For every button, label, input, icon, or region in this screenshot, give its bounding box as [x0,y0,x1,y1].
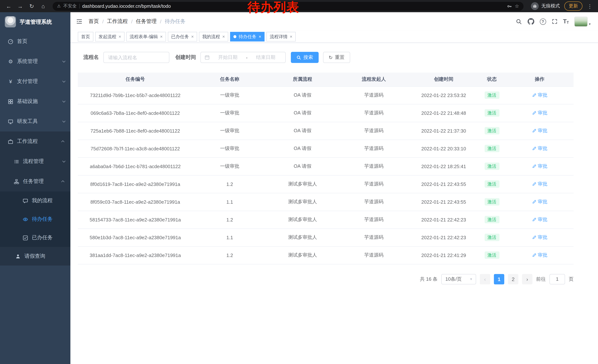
user-menu[interactable]: ▾ [574,16,590,26]
cell-task-id: 58154733-7ac8-11ec-a9e2-a2380e71991a [78,211,193,228]
browser-menu-icon[interactable]: ⋮ [585,3,594,9]
breadcrumb-item-workflow[interactable]: 工作流程 [107,18,128,25]
cell-process: OA 请假 [267,157,338,175]
sidebar-item-infra[interactable]: 基础设施 [0,91,70,112]
cell-starter: 芋道源码 [338,122,409,140]
cell-starter: 芋道源码 [338,228,409,246]
approve-button[interactable]: 审批 [532,163,548,170]
security-label[interactable]: 不安全 [63,3,77,9]
approve-button[interactable]: 审批 [532,181,548,187]
breadcrumb: 首页 / 工作流程 / 任务管理 / 待办任务 [89,18,185,25]
process-name-input[interactable] [103,52,169,63]
avatar[interactable] [574,16,588,26]
close-icon[interactable]: × [290,34,292,39]
close-icon[interactable]: × [259,34,261,39]
column-header: 所属流程 [267,73,338,86]
tab-process-detail[interactable]: 流程详情 × [266,32,296,41]
key-icon[interactable] [507,4,512,9]
hierarchy-icon [13,179,20,184]
content: 流程名 创建时间 开始日期 - 结束日期 [70,43,598,364]
tab-home[interactable]: 首页 [78,32,93,41]
fullscreen-icon[interactable] [551,18,557,24]
approve-button[interactable]: 审批 [532,216,548,223]
approve-button[interactable]: 审批 [532,110,548,116]
page-size-select[interactable]: 10条/页 ▾ [441,274,476,284]
table-row: 725a1eb6-7b88-11ec-8ef0-acde48001122 一级审… [78,122,573,140]
update-button[interactable]: 更新 [564,1,582,11]
search-button[interactable]: 搜索 [291,52,319,63]
cell-action: 审批 [506,140,573,157]
dashboard-icon [8,39,14,44]
search-icon[interactable] [515,18,522,25]
approve-button[interactable]: 审批 [532,127,548,134]
close-icon[interactable]: × [222,34,225,39]
sidebar-item-devtools[interactable]: 研发工具 [0,112,70,131]
sidebar-item-my-process[interactable]: 我的流程 [0,191,70,210]
edit-icon [532,111,536,115]
goto-page-input[interactable] [549,274,565,284]
close-icon[interactable]: × [191,34,194,39]
sidebar-item-task-mgmt[interactable]: 任务管理 [0,171,70,191]
approve-button[interactable]: 审批 [532,252,548,259]
tab-todo-tasks[interactable]: 待办任务 × [230,32,265,41]
tab-my-process[interactable]: 我的流程 × [199,32,228,41]
next-page-button[interactable]: › [522,274,532,284]
cell-task-name: 一级审批 [193,157,267,175]
approve-button[interactable]: 审批 [532,234,548,241]
prev-page-button[interactable]: ‹ [480,274,490,284]
tab-done-tasks[interactable]: 已办任务 × [168,32,197,41]
cell-action: 审批 [506,175,573,193]
sidebar-item-done-tasks[interactable]: 已办任务 [0,228,70,247]
goto-label: 前往 [536,276,546,282]
sidebar-item-payment[interactable]: ¥ 支付管理 [0,72,70,91]
column-header: 操作 [506,73,573,86]
bookmark-star-icon[interactable]: ☆ [515,3,519,9]
cell-task-name: 一级审批 [193,122,267,140]
page-button-1[interactable]: 1 [494,274,504,284]
tab-label: 流程详情 [270,33,288,40]
start-date-placeholder[interactable]: 开始日期 [212,54,244,61]
page-button-2[interactable]: 2 [508,274,518,284]
tab-start-process[interactable]: 发起流程 × [95,32,125,41]
approve-button[interactable]: 审批 [532,92,548,98]
cell-action: 审批 [506,246,573,264]
cell-starter: 芋道源码 [338,140,409,157]
cell-starter: 芋道源码 [338,175,409,193]
url-text[interactable]: dashboard.yudao.iocoder.cn/bpm/task/todo [82,4,171,9]
approve-button[interactable]: 审批 [532,145,548,152]
help-icon[interactable]: ? [540,18,546,25]
approve-button[interactable]: 审批 [532,198,548,205]
reset-button[interactable]: ↻ 重置 [323,52,350,63]
reload-icon[interactable]: ↻ [27,1,37,11]
status-badge: 激活 [484,109,499,117]
sidebar-item-process-mgmt[interactable]: 流程管理 [0,152,70,171]
cell-status: 激活 [478,246,506,264]
menu-label: 支付管理 [17,78,38,85]
sidebar-collapse-icon[interactable] [76,18,83,25]
tab-process-form-edit[interactable]: 流程表单-编辑 × [126,32,166,41]
close-icon[interactable]: × [119,34,121,39]
sidebar-item-home[interactable]: 首页 [0,32,70,51]
date-range-picker[interactable]: 开始日期 - 结束日期 [200,52,286,63]
cell-process: 测试多审批人 [267,246,338,264]
pagination: 共 16 条 10条/页 ▾ ‹ 1 2 › 前往 页 [78,274,573,284]
breadcrumb-item-home[interactable]: 首页 [89,18,99,25]
close-icon[interactable]: × [160,34,163,39]
font-size-icon[interactable]: TT [563,18,569,24]
sidebar-item-leave-query[interactable]: 请假查询 [0,247,70,266]
breadcrumb-item-task-mgmt[interactable]: 任务管理 [136,18,157,25]
sidebar-item-workflow[interactable]: 工作流程 [0,131,70,152]
forward-icon[interactable]: → [15,1,25,11]
caret-down-icon: ▾ [470,277,472,281]
column-header: 流程发起人 [338,73,409,86]
menu-label: 已办任务 [32,235,53,241]
menu-label: 基础设施 [17,98,38,105]
end-date-placeholder[interactable]: 结束日期 [250,54,282,61]
github-icon[interactable] [527,18,534,25]
sidebar-item-system[interactable]: ⚙ 系统管理 [0,51,70,72]
cell-action: 审批 [506,122,573,140]
home-icon[interactable]: ⌂ [38,1,48,11]
sidebar-item-todo-tasks[interactable]: 待办任务 [0,210,70,228]
back-icon[interactable]: ← [4,1,14,11]
table-row: 069c6a63-7b8a-11ec-8ef0-acde48001122 一级审… [78,104,573,122]
